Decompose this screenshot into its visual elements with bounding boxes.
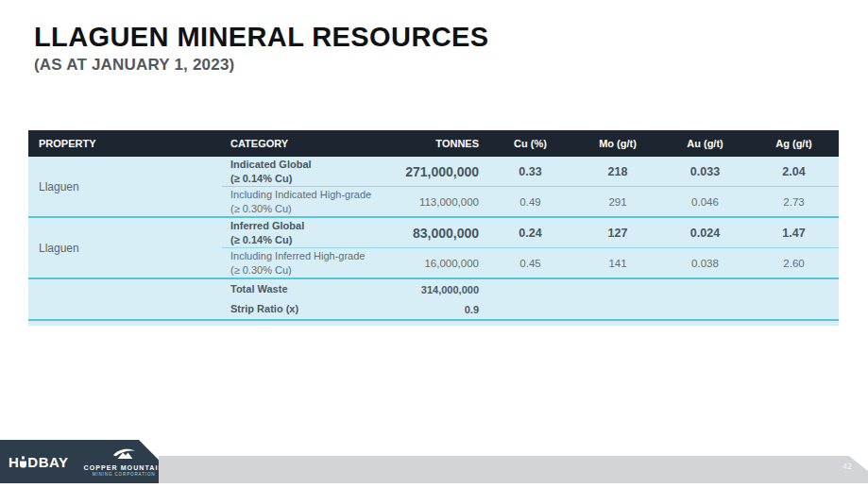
mineral-resources-table: PROPERTY CATEGORY TONNES Cu (%) Mo (g/t)… bbox=[28, 130, 839, 326]
cell-category: Strip Ratio (x) bbox=[222, 302, 397, 315]
hudbay-logo: HDBAY bbox=[9, 454, 68, 470]
table-row: Indicated Global (≥ 0.14% Cu) 271,000,00… bbox=[222, 157, 839, 186]
cell-tonnes: 271,000,000 bbox=[397, 164, 486, 179]
page-number: 42 bbox=[842, 462, 852, 471]
cell-mo: 141 bbox=[574, 258, 661, 269]
footer-bar: 42 bbox=[159, 456, 868, 483]
property-cell bbox=[28, 279, 222, 319]
cell-ag: 2.73 bbox=[749, 196, 839, 208]
cell-cu: 0.45 bbox=[486, 258, 574, 269]
company-logo-banner: HDBAY COPPER MOUNTAIN MINING CORPORATION bbox=[0, 440, 159, 483]
table-header-row: PROPERTY CATEGORY TONNES Cu (%) Mo (g/t)… bbox=[28, 130, 839, 157]
cell-category: Total Waste bbox=[222, 282, 397, 295]
col-header-tonnes: TONNES bbox=[397, 138, 486, 149]
cell-category: Including Inferred High-grade (≥ 0.30% C… bbox=[222, 249, 397, 277]
cell-category: Including Indicated High-grade (≥ 0.30% … bbox=[222, 188, 397, 215]
col-header-au: Au (g/t) bbox=[661, 138, 749, 149]
col-header-mo: Mo (g/t) bbox=[574, 138, 661, 149]
slide: LLAGUEN MINERAL RESOURCES (AS AT JANUARY… bbox=[0, 0, 868, 488]
hudbay-u-icon bbox=[20, 457, 26, 468]
table-row: Inferred Global (≥ 0.14% Cu) 83,000,000 … bbox=[222, 218, 839, 247]
cell-tonnes: 0.9 bbox=[397, 304, 486, 315]
cell-au: 0.038 bbox=[661, 258, 749, 269]
cell-ag: 1.47 bbox=[749, 227, 839, 240]
cell-ag: 2.60 bbox=[749, 258, 839, 269]
cell-tonnes: 16,000,000 bbox=[397, 258, 486, 269]
cell-mo: 218 bbox=[574, 165, 661, 178]
table-group-indicated: Llaguen Indicated Global (≥ 0.14% Cu) 27… bbox=[28, 157, 839, 216]
table-row: Including Inferred High-grade (≥ 0.30% C… bbox=[222, 247, 839, 278]
cell-category: Indicated Global (≥ 0.14% Cu) bbox=[222, 158, 397, 185]
table-row: Strip Ratio (x) 0.9 bbox=[222, 299, 839, 319]
property-cell: Llaguen bbox=[28, 218, 222, 278]
mountain-icon bbox=[111, 446, 137, 463]
table-bottom-strip bbox=[28, 321, 839, 326]
cell-tonnes: 113,000,000 bbox=[397, 196, 486, 208]
copper-mountain-name: COPPER MOUNTAIN bbox=[83, 464, 163, 471]
table-body: Llaguen Indicated Global (≥ 0.14% Cu) 27… bbox=[28, 157, 839, 321]
copper-mountain-subname: MINING CORPORATION bbox=[93, 472, 156, 477]
table-group-totals: Total Waste 314,000,000 Strip Ratio (x) … bbox=[28, 278, 839, 319]
table-group-inferred: Llaguen Inferred Global (≥ 0.14% Cu) 83,… bbox=[28, 216, 839, 278]
cell-cu: 0.24 bbox=[486, 227, 574, 240]
cell-cu: 0.33 bbox=[486, 165, 574, 178]
cell-au: 0.046 bbox=[661, 196, 749, 208]
col-header-property: PROPERTY bbox=[28, 138, 222, 149]
page-subtitle: (AS AT JANUARY 1, 2023) bbox=[34, 56, 234, 75]
cell-category: Inferred Global (≥ 0.14% Cu) bbox=[222, 219, 397, 246]
property-cell: Llaguen bbox=[28, 157, 222, 216]
cell-mo: 291 bbox=[574, 196, 661, 208]
copper-mountain-logo: COPPER MOUNTAIN MINING CORPORATION bbox=[83, 446, 163, 477]
table-row: Total Waste 314,000,000 bbox=[222, 279, 839, 299]
cell-tonnes: 83,000,000 bbox=[397, 226, 486, 241]
page-title: LLAGUEN MINERAL RESOURCES bbox=[34, 22, 489, 53]
col-header-cu: Cu (%) bbox=[486, 138, 574, 149]
col-header-ag: Ag (g/t) bbox=[749, 138, 839, 149]
cell-cu: 0.49 bbox=[486, 196, 574, 208]
col-header-category: CATEGORY bbox=[222, 138, 397, 149]
cell-mo: 127 bbox=[574, 227, 661, 240]
cell-ag: 2.04 bbox=[749, 165, 839, 178]
cell-tonnes: 314,000,000 bbox=[397, 284, 486, 295]
cell-au: 0.024 bbox=[661, 227, 749, 240]
table-row: Including Indicated High-grade (≥ 0.30% … bbox=[222, 186, 839, 216]
cell-au: 0.033 bbox=[661, 165, 749, 178]
